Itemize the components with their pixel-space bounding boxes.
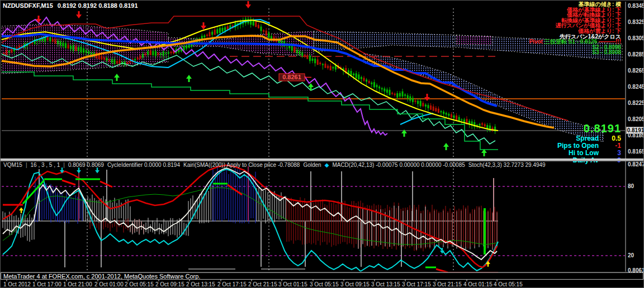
time-tick-label: 3 Oct 01:15 [278, 281, 307, 287]
price-tick-label: 0.8265 [628, 68, 644, 74]
indicator-header-segment: 0.8069 0.8069 [68, 162, 104, 168]
ohlc-quote: 0.8192 0.8192 0.8188 0.8191 [58, 2, 138, 9]
indicator-header-segment: | [26, 162, 27, 168]
indicator-header-segment: 16 , 3 , 5 , 1 [31, 162, 60, 168]
indicator-header-segment: Golden [303, 162, 321, 168]
time-tick-label: 2 Oct 09:15 [155, 281, 184, 287]
copyright-text: MetaTrader 4 at FOREX.com, c 2001-2012, … [3, 273, 200, 280]
indicator-header-segment: CycleIdentifier 0.0000 0.8194 [107, 162, 180, 168]
price-tick-label: 0.8225 [628, 100, 644, 106]
indicator-header-segment: MACD(20,42,13) -0.00075 0.00000 0.00000 … [332, 162, 465, 168]
indicator-header-segment: ◆ [325, 162, 329, 168]
status-bar: MetaTrader 4 at FOREX.com, c 2001-2012, … [1, 272, 643, 280]
price-tick-label: 0.8345 [628, 3, 644, 9]
symbol-period-label: NZDUSDFXF,M15 [3, 2, 53, 9]
indicator-tick-label: 80 [628, 183, 634, 189]
indicator-header-segment: Stoch(42,3,3) 32.7273 29.4949 [468, 162, 546, 168]
time-tick-label: 3 Oct 05:15 [310, 281, 339, 287]
time-tick-label: 2 Oct 01:00 [94, 281, 124, 287]
time-tick-label: 1 Oct 17:00 [32, 281, 61, 287]
indicator-pane[interactable] [1, 161, 626, 273]
current-price-box: 0.8191 [626, 127, 644, 134]
ichimoku-status-panel: 基準線の傾き: 横価格が基準線より: 下価格が転換線より: 下転換線が基準線より… [529, 2, 622, 55]
chart-title: NZDUSDFXF,M150.8192 0.8192 0.8188 0.8191 [3, 2, 143, 9]
indicator-header-segment: VQM15 [3, 162, 22, 168]
mt4-chart-window: 0.8261 NZDUSDFXF,M150.8192 0.8192 0.8188… [0, 0, 644, 288]
indicator-header-segment: Kairi(SMA((200)) Apply to Close price -0… [183, 162, 300, 168]
time-tick-label: 2 Oct 17:15 [217, 281, 247, 287]
indicator-header-segment: | [63, 162, 65, 168]
time-tick-label: 2 Oct 05:15 [125, 281, 154, 287]
time-tick-label: 2 Oct 13:15 [186, 281, 215, 287]
quote-panel: 0.8191 Spread0.5Pips to Open-1Hi to Low3… [552, 122, 621, 164]
ichimoku-status-line: S3 - 0.8008 [529, 50, 622, 55]
price-tick-label: 0.8305 [628, 35, 644, 41]
time-tick-label: 3 Oct 09:15 [340, 281, 370, 287]
indicator-tick-label: 20 [628, 252, 634, 258]
price-tick-label: 0.8325 [628, 19, 644, 25]
price-tick-label: 0.8205 [628, 116, 644, 122]
time-tick-label: 4 Oct 05:15 [494, 281, 523, 287]
time-tick-label: 3 Oct 13:15 [371, 281, 400, 287]
time-tick-label: 3 Oct 17:15 [402, 281, 431, 287]
price-tick-label: 0.8285 [628, 51, 644, 57]
indicator-header: VQM15|16 , 3 , 5 , 1|0.8069 0.8069CycleI… [3, 162, 549, 168]
time-tick-label: 2 Oct 21:15 [248, 281, 277, 287]
price-tick-label: 0.8245 [628, 84, 644, 90]
current-price: 0.8191 [552, 122, 621, 135]
time-tick-label: 4 Oct 01:15 [463, 281, 493, 287]
indicator-tick-label: 0.8247 [628, 161, 644, 167]
time-tick-label: 1 Oct 21:00 [63, 281, 92, 287]
time-tick-label: 3 Oct 21:15 [433, 281, 462, 287]
pane-divider[interactable] [1, 159, 644, 161]
price-tick-label: 0.8165 [628, 148, 644, 155]
time-tick-label: 1 Oct 2012 [3, 281, 31, 287]
